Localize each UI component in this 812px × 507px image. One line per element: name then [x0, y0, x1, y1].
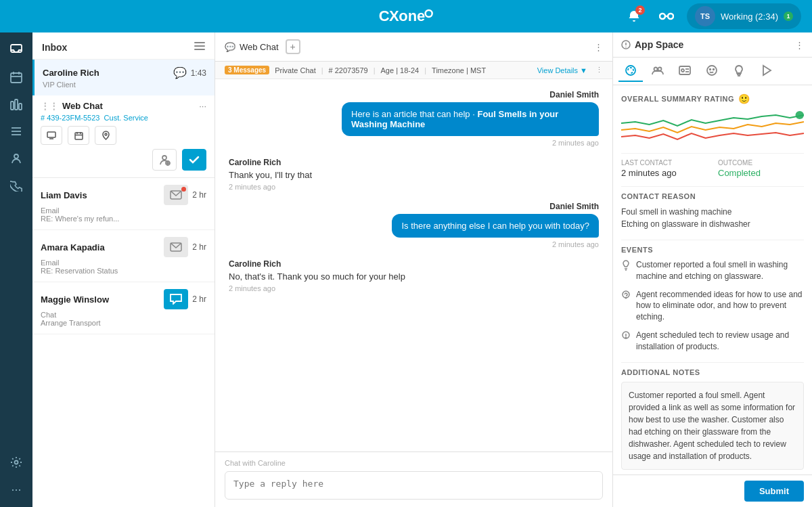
app-space-more-button[interactable]: ⋮: [795, 40, 804, 50]
message-1: Daniel Smith Here is an article that can…: [229, 90, 599, 147]
agent-badge: 1: [784, 12, 793, 21]
svg-point-37: [654, 68, 658, 71]
svg-point-56: [625, 337, 626, 338]
chat-header-menu-button[interactable]: ⋮: [594, 42, 603, 52]
webchat-more-button[interactable]: ···: [199, 101, 206, 111]
chat-input[interactable]: [225, 471, 603, 500]
tab-summary[interactable]: [618, 60, 643, 82]
tab-identity[interactable]: [673, 60, 697, 82]
chat-tab-webchat[interactable]: 💬 Web Chat: [225, 42, 279, 52]
msg-sender-1: Daniel Smith: [229, 90, 599, 100]
nav-icon-list[interactable]: [4, 119, 28, 144]
svg-rect-10: [15, 100, 18, 110]
contact-card-caroline[interactable]: Caroline Rich 💬 1:43 VIP Client: [32, 60, 215, 95]
msg-sender-3: Daniel Smith: [229, 202, 599, 211]
svg-marker-48: [763, 66, 771, 75]
logo-text: CX: [379, 7, 399, 25]
svg-point-43: [707, 66, 717, 75]
inbox-items: Caroline Rich 💬 1:43 VIP Client ⋮⋮ Web C…: [32, 60, 215, 507]
right-header: App Space ⋮: [613, 32, 812, 58]
unread-dot: [181, 187, 186, 192]
webchat-item: ⋮⋮ Web Chat ··· # 439-23FM-5523 Cust. Se…: [32, 95, 215, 178]
nav-icon-inbox[interactable]: [4, 38, 28, 62]
contact-sub-caroline: VIP Client: [43, 81, 206, 89]
events-label: EVENTS: [621, 246, 804, 254]
contact-card-liam[interactable]: Liam Davis 2 hr Email RE: Where's my ref…: [32, 178, 215, 230]
private-chat-label: Private Chat: [275, 66, 316, 74]
nav-icon-more[interactable]: ···: [4, 477, 28, 502]
svg-point-36: [626, 66, 635, 75]
webchat-assign-button[interactable]: [152, 149, 177, 171]
nav-icon-settings[interactable]: [4, 450, 28, 475]
message-4: Caroline Rich No, that's it. Thank you s…: [229, 259, 599, 292]
contact-name-caroline: Caroline Rich: [43, 68, 99, 78]
submit-button[interactable]: Submit: [744, 481, 804, 502]
last-contact-col: LAST CONTACT 2 minutes ago: [621, 159, 707, 178]
nav-icon-calendar[interactable]: [4, 65, 28, 89]
last-contact-row: LAST CONTACT 2 minutes ago OUTCOME Compl…: [621, 159, 804, 178]
tab-ideas[interactable]: [727, 60, 751, 82]
email-icon-liam: [164, 185, 188, 205]
contact-name-maggie: Maggie Winslow: [41, 294, 109, 305]
chat-icon-maggie: [164, 289, 188, 309]
chat-tab-label: Web Chat: [240, 42, 279, 52]
chat-meta-more-button[interactable]: ⋮: [595, 66, 603, 74]
case-number: # 22073579: [329, 66, 368, 74]
view-details-button[interactable]: View Details ▼: [537, 66, 587, 74]
webchat-action-calendar[interactable]: [68, 126, 89, 145]
notes-text: Customer reported a foul smell. Agent pr…: [621, 382, 804, 470]
messages-badge: 3 Messages: [225, 66, 269, 74]
top-header: CX one 2 TS Working (2:34) 1: [0, 0, 812, 32]
svg-point-44: [710, 69, 711, 70]
tab-actions[interactable]: [754, 60, 778, 82]
add-tab-button[interactable]: +: [286, 39, 300, 54]
webchat-action-screen[interactable]: [41, 126, 62, 145]
event-icon-1: [621, 260, 631, 282]
inbox-title: Inbox: [42, 42, 67, 53]
inbox-menu-button[interactable]: [194, 41, 205, 53]
svg-rect-9: [11, 102, 14, 110]
msg-time-3: 2 minutes ago: [229, 240, 599, 248]
event-icon-2: [621, 290, 631, 323]
chat-messages: Daniel Smith Here is an article that can…: [215, 79, 612, 451]
tab-contacts[interactable]: [646, 60, 670, 82]
contact-sub-maggie: Chat: [41, 311, 206, 319]
right-content: OVERALL SUMMARY RATING 🙂: [613, 85, 812, 475]
connection-button[interactable]: [654, 4, 679, 28]
svg-rect-11: [19, 104, 22, 110]
divider-2: [621, 186, 804, 187]
nav-icon-contacts[interactable]: [4, 146, 28, 171]
contact-reason-section: CONTACT REASON Foul smell in washing mac…: [621, 192, 804, 230]
webchat-ref: # 439-23FM-5523 Cust. Service: [41, 114, 206, 122]
nav-icon-phone[interactable]: [4, 173, 28, 198]
inbox-header: Inbox: [32, 32, 215, 60]
agent-status-button[interactable]: TS Working (2:34) 1: [687, 3, 801, 29]
svg-rect-20: [47, 132, 55, 137]
msg-bubble-2: Thank you, I'll try that: [229, 170, 312, 180]
webchat-accept-button[interactable]: [182, 149, 206, 171]
contact-card-maggie[interactable]: Maggie Winslow 2 hr Chat Arrange Transpo…: [32, 282, 215, 334]
logo: CX one: [379, 7, 434, 25]
webchat-title: ⋮⋮ Web Chat: [41, 101, 103, 111]
msg-bubble-3: Is there anything else I can help you wi…: [392, 214, 599, 238]
notifications-button[interactable]: 2: [622, 4, 646, 28]
contact-detail-maggie: Arrange Transport: [41, 319, 206, 327]
nav-icon-chart[interactable]: [4, 92, 28, 116]
webchat-action-location[interactable]: [95, 126, 116, 145]
chat-header-left: 💬 Web Chat +: [225, 39, 300, 54]
contact-card-amara[interactable]: Amara Kapadia 2 hr Email RE: Reservation…: [32, 230, 215, 282]
email-icon-amara: [164, 237, 188, 257]
submit-row: Submit: [613, 475, 812, 507]
contact-reason-text-1: Foul smell in washing machine: [621, 206, 804, 218]
svg-point-49: [796, 111, 804, 119]
divider-1: [621, 153, 804, 154]
svg-point-16: [15, 461, 18, 464]
contact-detail-liam: RE: Where's my refun...: [41, 215, 206, 223]
message-2: Caroline Rich Thank you, I'll try that 2…: [229, 158, 599, 191]
notification-badge: 2: [635, 5, 645, 15]
svg-rect-19: [194, 49, 205, 50]
msg-sender-2: Caroline Rich: [229, 158, 599, 167]
last-contact-label: LAST CONTACT: [621, 159, 707, 167]
contact-detail-amara: RE: Reservation Status: [41, 267, 206, 275]
tab-sentiment[interactable]: [700, 60, 724, 82]
